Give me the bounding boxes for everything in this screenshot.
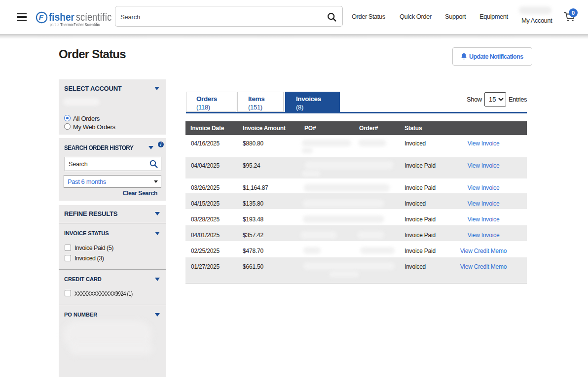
svg-text:F: F [38,13,43,22]
